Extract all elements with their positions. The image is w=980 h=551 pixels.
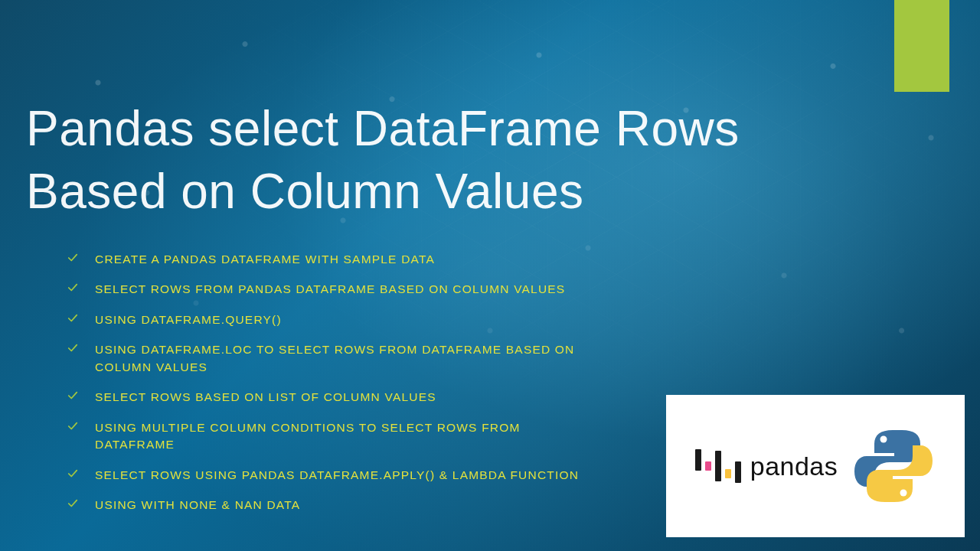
title-line-2: Based on Column Values bbox=[26, 164, 583, 219]
bullet-item: CREATE A PANDAS DATAFRAME WITH SAMPLE DA… bbox=[67, 251, 695, 268]
checkmark-icon bbox=[67, 253, 80, 265]
accent-bar bbox=[894, 0, 949, 92]
bullet-text: USING WITH NONE & NAN DATA bbox=[95, 497, 300, 514]
checkmark-icon bbox=[67, 498, 80, 510]
bullet-text: USING DATAFRAME.LOC TO SELECT ROWS FROM … bbox=[95, 341, 616, 376]
bullet-item: SELECT ROWS FROM PANDAS DATAFRAME BASED … bbox=[67, 281, 695, 298]
bullet-list: CREATE A PANDAS DATAFRAME WITH SAMPLE DA… bbox=[67, 251, 695, 527]
title-line-1: Pandas select DataFrame Rows bbox=[26, 101, 740, 156]
bullet-item: SELECT ROWS BASED ON LIST OF COLUMN VALU… bbox=[67, 389, 695, 406]
bullet-text: SELECT ROWS BASED ON LIST OF COLUMN VALU… bbox=[95, 389, 436, 406]
pandas-bars-icon bbox=[695, 445, 741, 487]
checkmark-icon bbox=[67, 390, 80, 403]
svg-point-1 bbox=[900, 490, 907, 497]
checkmark-icon bbox=[67, 313, 80, 325]
checkmark-icon bbox=[67, 282, 80, 295]
bullet-text: USING MULTIPLE COLUMN CONDITIONS TO SELE… bbox=[95, 419, 570, 454]
pandas-wordmark: pandas bbox=[750, 452, 838, 481]
bullet-item: USING WITH NONE & NAN DATA bbox=[67, 497, 695, 514]
slide-title: Pandas select DataFrame Rows Based on Co… bbox=[26, 98, 740, 223]
checkmark-icon bbox=[67, 421, 80, 433]
checkmark-icon bbox=[67, 468, 80, 481]
svg-point-0 bbox=[880, 436, 887, 443]
pandas-logo: pandas bbox=[695, 445, 838, 487]
bullet-text: USING DATAFRAME.QUERY() bbox=[95, 311, 282, 328]
bullet-text: CREATE A PANDAS DATAFRAME WITH SAMPLE DA… bbox=[95, 251, 435, 268]
bullet-item: USING DATAFRAME.QUERY() bbox=[67, 311, 695, 328]
logo-card: pandas bbox=[666, 395, 965, 537]
bullet-item: USING DATAFRAME.LOC TO SELECT ROWS FROM … bbox=[67, 341, 695, 376]
python-logo-icon bbox=[851, 424, 936, 508]
checkmark-icon bbox=[67, 343, 80, 355]
bullet-text: SELECT ROWS USING PANDAS DATAFRAME.APPLY… bbox=[95, 467, 579, 484]
bullet-text: SELECT ROWS FROM PANDAS DATAFRAME BASED … bbox=[95, 281, 565, 298]
bullet-item: SELECT ROWS USING PANDAS DATAFRAME.APPLY… bbox=[67, 467, 695, 484]
bullet-item: USING MULTIPLE COLUMN CONDITIONS TO SELE… bbox=[67, 419, 695, 454]
